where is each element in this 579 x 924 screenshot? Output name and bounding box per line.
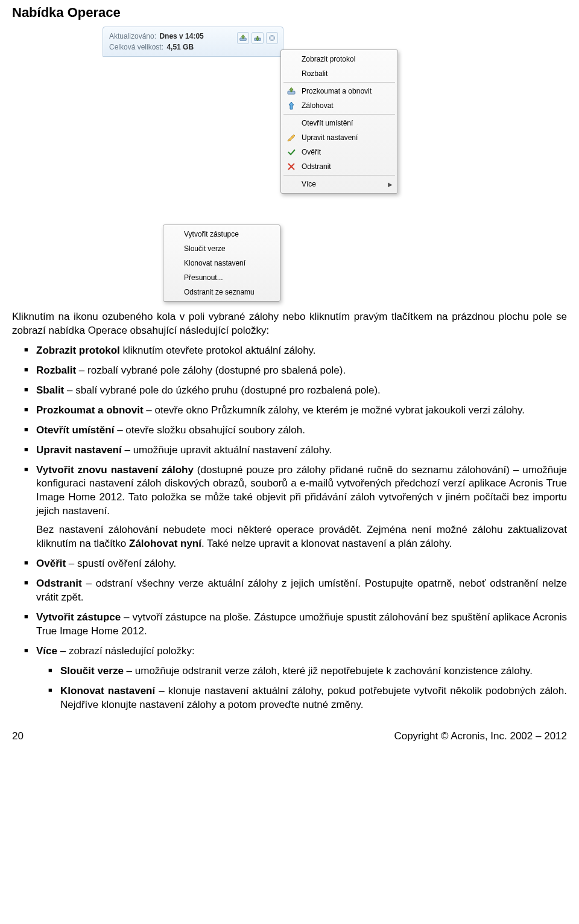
desc: – otevře okno Průzkumník zálohy, ve kter…: [144, 404, 525, 416]
updated-value: Dnes v 14:05: [159, 32, 203, 40]
body-text: Kliknutím na ikonu ozubeného kola v poli…: [12, 310, 567, 712]
menu-expand[interactable]: Rozbalit: [281, 66, 397, 81]
desc: – otevře složku obsahující soubory záloh…: [114, 424, 305, 436]
desc: – umožňuje odstranit verze záloh, které …: [124, 665, 533, 677]
paragraph: Bez nastavení zálohování nebudete moci n…: [36, 523, 567, 551]
updated-label: Aktualizováno:: [109, 32, 156, 40]
menu-label: Zálohovat: [302, 101, 393, 110]
copyright: Copyright © Acronis, Inc. 2002 – 2012: [394, 730, 567, 742]
list-item: Upravit nastavení – umožňuje upravit akt…: [12, 444, 567, 457]
term: Sbalit: [36, 384, 64, 396]
list-item: Sbalit – sbalí vybrané pole do úzkého pr…: [12, 384, 567, 398]
backup-icon: [286, 100, 297, 111]
submenu-remove-from-list[interactable]: Odstranit ze seznamu: [163, 285, 280, 299]
restore-icon[interactable]: [237, 32, 249, 44]
list-item: Klonovat nastavení – klonuje nastavení a…: [36, 684, 567, 712]
list-item: Ověřit – spustí ověření zálohy.: [12, 557, 567, 571]
menu-more[interactable]: Více ▶: [281, 177, 397, 191]
page-number: 20: [12, 730, 24, 742]
page-title: Nabídka Operace: [12, 5, 567, 21]
page-footer: 20 Copyright © Acronis, Inc. 2002 – 2012: [12, 730, 567, 742]
term: Sloučit verze: [60, 665, 124, 677]
desc: – zobrazí následující položky:: [57, 645, 195, 657]
list-item: Vytvořit zástupce – vytvoří zástupce na …: [12, 611, 567, 639]
menu-backup[interactable]: Zálohovat: [281, 98, 397, 113]
context-menu: Zobrazit protokol Rozbalit Prozkoumat a …: [280, 49, 398, 194]
menu-remove[interactable]: Odstranit: [281, 159, 397, 174]
desc: – sbalí vybrané pole do úzkého pruhu (do…: [64, 384, 381, 396]
menu-label: Odstranit ze seznamu: [184, 288, 275, 296]
menu-label: Sloučit verze: [184, 244, 275, 253]
submenu-clone-settings[interactable]: Klonovat nastavení: [163, 256, 280, 270]
desc: – odstraní všechny verze aktuální zálohy…: [36, 578, 567, 603]
desc: – umožňuje upravit aktuální nastavení zá…: [122, 444, 332, 456]
list-item: Vytvořit znovu nastavení zálohy (dostupn…: [12, 464, 567, 552]
list-item: Prozkoumat a obnovit – otevře okno Průzk…: [12, 404, 567, 418]
term: Upravit nastavení: [36, 444, 122, 456]
term: Více: [36, 645, 57, 657]
backup-info-toolbar: Aktualizováno: Dnes v 14:05 Celková veli…: [103, 27, 283, 57]
term: Otevřít umístění: [36, 424, 114, 436]
submenu-merge-versions[interactable]: Sloučit verze: [163, 241, 280, 256]
term: Rozbalit: [36, 365, 76, 376]
menu-label: Přesunout...: [184, 273, 275, 282]
menu-label: Upravit nastavení: [302, 133, 393, 142]
menu-edit-settings[interactable]: Upravit nastavení: [281, 130, 397, 145]
desc: kliknutím otevřete protokol aktuální zál…: [120, 345, 316, 356]
list-item: Více – zobrazí následující položky: Slou…: [12, 645, 567, 712]
term: Prozkoumat a obnovit: [36, 404, 144, 416]
gear-icon[interactable]: [266, 32, 278, 44]
context-submenu: Vytvořit zástupce Sloučit verze Klonovat…: [163, 225, 280, 302]
menu-label: Klonovat nastavení: [184, 259, 275, 267]
screenshot: Aktualizováno: Dnes v 14:05 Celková veli…: [103, 27, 422, 298]
term: Ověřit: [36, 558, 66, 569]
menu-label: Zobrazit protokol: [302, 55, 393, 63]
menu-show-protocol[interactable]: Zobrazit protokol: [281, 52, 397, 66]
term: Odstranit: [36, 578, 82, 589]
menu-explore-restore[interactable]: Prozkoumat a obnovit: [281, 84, 397, 98]
backup-icon[interactable]: [252, 32, 264, 44]
menu-label: Vytvořit zástupce: [184, 230, 275, 238]
term: Klonovat nastavení: [60, 685, 155, 696]
chevron-right-icon: ▶: [388, 181, 393, 188]
term: Vytvořit zástupce: [36, 611, 121, 623]
list-item: Otevřít umístění – otevře složku obsahuj…: [12, 424, 567, 438]
menu-validate[interactable]: Ověřit: [281, 145, 397, 159]
restore-icon: [286, 86, 297, 97]
desc: – spustí ověření zálohy.: [66, 558, 176, 569]
size-value: 4,51 GB: [166, 43, 194, 51]
term: Vytvořit znovu nastavení zálohy: [36, 464, 194, 476]
size-label: Celková velikost:: [109, 43, 163, 51]
menu-separator: [283, 175, 395, 176]
list-item: Sloučit verze – umožňuje odstranit verze…: [36, 664, 567, 678]
desc: – rozbalí vybrané pole zálohy (dostupné …: [76, 365, 346, 376]
check-icon: [286, 147, 297, 158]
delete-icon: [286, 161, 297, 172]
menu-label: Prozkoumat a obnovit: [302, 87, 393, 95]
intro-paragraph: Kliknutím na ikonu ozubeného kola v poli…: [12, 310, 567, 338]
menu-separator: [283, 114, 395, 115]
list-item: Zobrazit protokol kliknutím otevřete pro…: [12, 344, 567, 358]
menu-label: Rozbalit: [302, 69, 393, 78]
submenu-move[interactable]: Přesunout...: [163, 270, 280, 285]
menu-open-location[interactable]: Otevřít umístění: [281, 116, 397, 130]
menu-label: Více: [302, 180, 383, 188]
term: Zobrazit protokol: [36, 345, 120, 356]
list-item: Rozbalit – rozbalí vybrané pole zálohy (…: [12, 364, 567, 378]
menu-label: Otevřít umístění: [302, 119, 393, 127]
pencil-icon: [286, 132, 297, 143]
submenu-create-shortcut[interactable]: Vytvořit zástupce: [163, 227, 280, 241]
menu-separator: [283, 82, 395, 83]
svg-point-3: [271, 37, 273, 39]
list-item: Odstranit – odstraní všechny verze aktuá…: [12, 577, 567, 605]
menu-label: Odstranit: [302, 162, 393, 171]
menu-label: Ověřit: [302, 148, 393, 156]
